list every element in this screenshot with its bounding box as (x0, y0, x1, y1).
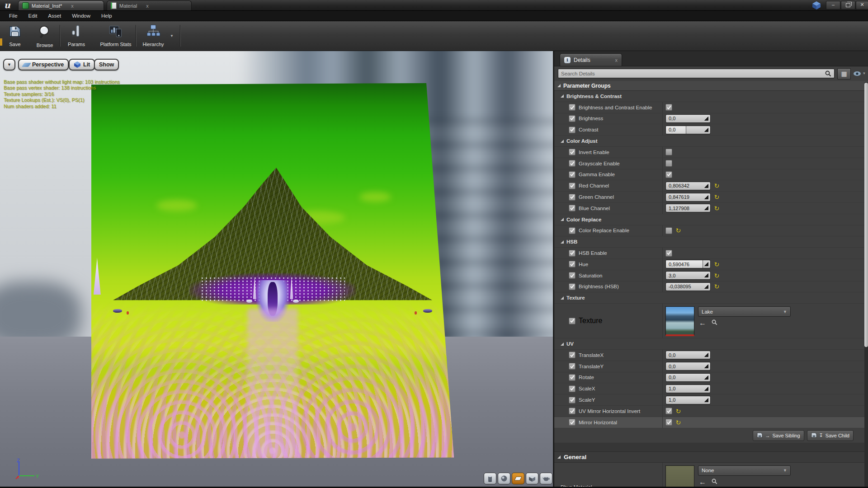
value-spinbox[interactable]: 0,590476 (665, 260, 711, 268)
group-header-hsb[interactable]: HSB (554, 236, 868, 248)
value-spinbox[interactable]: 3,0 (665, 271, 711, 280)
menu-item-window[interactable]: Window (66, 11, 96, 21)
general-section-header[interactable]: General (554, 452, 868, 463)
parameter-value-checkbox[interactable] (665, 104, 672, 111)
parameter-value-checkbox[interactable] (665, 149, 672, 155)
value-spinbox[interactable]: 1,0 (665, 396, 711, 404)
button-save-sibling[interactable]: →Save Sibling (753, 430, 804, 441)
reset-to-default-icon[interactable]: ↺ (714, 194, 720, 200)
parameter-override-checkbox[interactable] (569, 227, 576, 234)
scrollbar-thumb[interactable] (864, 83, 868, 347)
parameter-override-checkbox[interactable] (569, 272, 576, 279)
browse-to-asset-icon[interactable] (712, 319, 717, 327)
close-icon[interactable]: x (146, 3, 149, 9)
spinbox-drag-grip[interactable] (704, 262, 708, 266)
toolbar-button-hierarchy[interactable]: Hierarchy (140, 23, 166, 49)
value-spinbox[interactable]: 0,0 (665, 351, 711, 359)
viewport-button-perspective[interactable]: Perspective (18, 59, 69, 70)
use-selected-asset-icon[interactable]: ← (699, 479, 706, 485)
spinbox-drag-grip[interactable] (704, 206, 708, 210)
spinbox-drag-grip[interactable] (704, 128, 708, 132)
close-icon[interactable]: x (71, 3, 74, 9)
parameter-override-checkbox[interactable] (569, 127, 576, 133)
minimize-button[interactable]: – (826, 1, 840, 9)
parameter-override-checkbox[interactable] (569, 283, 576, 290)
mesh-preview-teapot-button[interactable] (540, 473, 552, 484)
browse-to-asset-icon[interactable] (712, 478, 717, 486)
parameter-value-checkbox[interactable] (665, 408, 672, 414)
spinbox-drag-grip[interactable] (704, 364, 708, 368)
spinbox-drag-grip[interactable] (704, 273, 708, 277)
property-matrix-button[interactable]: ▦ (837, 68, 851, 80)
parameter-override-checkbox[interactable] (569, 318, 576, 324)
menu-item-asset[interactable]: Asset (42, 11, 66, 21)
reset-to-default-icon[interactable]: ↺ (714, 205, 720, 211)
group-header-texture[interactable]: Texture (554, 292, 868, 304)
document-tab-material[interactable]: Materialx (107, 0, 192, 10)
reset-to-default-icon[interactable]: ↺ (676, 408, 681, 414)
phys-material-dropdown[interactable]: None▼ (698, 465, 791, 476)
parameter-value-checkbox[interactable] (665, 227, 672, 234)
reset-to-default-icon[interactable]: ↺ (714, 183, 720, 189)
parameter-override-checkbox[interactable] (569, 363, 576, 370)
group-header-color-replace[interactable]: Color Replace (554, 214, 868, 225)
parameter-override-checkbox[interactable] (569, 183, 576, 189)
parameter-override-checkbox[interactable] (569, 205, 576, 211)
value-spinbox[interactable]: 0,806342 (665, 182, 711, 190)
tab-details[interactable]: i Details x (560, 53, 622, 66)
parameter-override-checkbox[interactable] (569, 419, 576, 426)
reset-to-default-icon[interactable]: ↺ (676, 419, 681, 426)
reset-to-default-icon[interactable]: ↺ (714, 283, 720, 290)
group-header-uv[interactable]: UV (554, 338, 868, 350)
parameter-value-checkbox[interactable] (665, 171, 672, 178)
parameter-override-checkbox[interactable] (569, 352, 576, 358)
value-spinbox[interactable]: 0,0 (665, 126, 711, 134)
parameter-override-checkbox[interactable] (569, 261, 576, 267)
spinbox-drag-grip[interactable] (704, 195, 708, 199)
spinbox-drag-grip[interactable] (704, 117, 708, 121)
reset-to-default-icon[interactable]: ↺ (676, 227, 681, 234)
button-save-child[interactable]: ↧Save Child (807, 430, 854, 441)
use-selected-asset-icon[interactable]: ← (699, 320, 706, 326)
parameter-override-checkbox[interactable] (569, 104, 576, 111)
parameter-override-checkbox[interactable] (569, 194, 576, 201)
menu-item-file[interactable]: File (4, 11, 23, 21)
reset-to-default-icon[interactable]: ↺ (714, 261, 720, 267)
parameter-value-checkbox[interactable] (665, 250, 672, 257)
close-icon[interactable]: x (615, 57, 618, 63)
search-input[interactable]: Search Details (558, 69, 835, 78)
parameter-override-checkbox[interactable] (569, 374, 576, 381)
parameter-override-checkbox[interactable] (569, 397, 576, 404)
spinbox-drag-grip[interactable] (704, 398, 708, 402)
value-spinbox[interactable]: 0,847619 (665, 193, 711, 202)
group-header-brightness-contrast[interactable]: Brightness & Contrast (554, 91, 868, 102)
mesh-preview-cube-button[interactable] (526, 473, 538, 484)
parameter-override-checkbox[interactable] (569, 171, 576, 178)
spinbox-drag-grip[interactable] (704, 184, 708, 188)
toolbar-button-browse[interactable]: Browse (32, 23, 58, 49)
spinbox-drag-grip[interactable] (704, 375, 708, 380)
texture-asset-dropdown[interactable]: Lake▼ (698, 306, 791, 317)
parameter-value-checkbox[interactable] (665, 419, 672, 426)
viewport-button-show[interactable]: Show (94, 59, 119, 70)
value-spinbox[interactable]: 0,0 (665, 362, 711, 371)
menu-item-edit[interactable]: Edit (23, 11, 43, 21)
value-spinbox[interactable]: 1,127908 (665, 204, 711, 212)
spinbox-drag-grip[interactable] (704, 285, 708, 289)
close-button[interactable]: ✕ (856, 1, 868, 9)
hierarchy-dropdown-arrow[interactable]: ▼ (170, 34, 174, 38)
preview-viewport[interactable]: ▼ PerspectiveLitShow Base pass shader wi… (0, 51, 553, 488)
group-header-color-adjust[interactable]: Color Adjust (554, 136, 868, 147)
restore-button[interactable] (841, 1, 855, 9)
spinbox-drag-grip[interactable] (704, 387, 708, 391)
parameter-override-checkbox[interactable] (569, 149, 576, 155)
value-spinbox[interactable]: 1,0 (665, 385, 711, 393)
parameter-override-checkbox[interactable] (569, 408, 576, 414)
parameter-override-checkbox[interactable] (569, 160, 576, 167)
toolbar-button-platform-stats[interactable]: Platform Stats (95, 23, 137, 49)
phys-material-thumbnail[interactable]: None (665, 465, 694, 488)
parameter-override-checkbox[interactable] (569, 385, 576, 392)
mesh-preview-sphere-button[interactable] (498, 473, 510, 484)
texture-thumbnail[interactable] (665, 306, 694, 336)
value-spinbox[interactable]: 0,0 (665, 114, 711, 123)
